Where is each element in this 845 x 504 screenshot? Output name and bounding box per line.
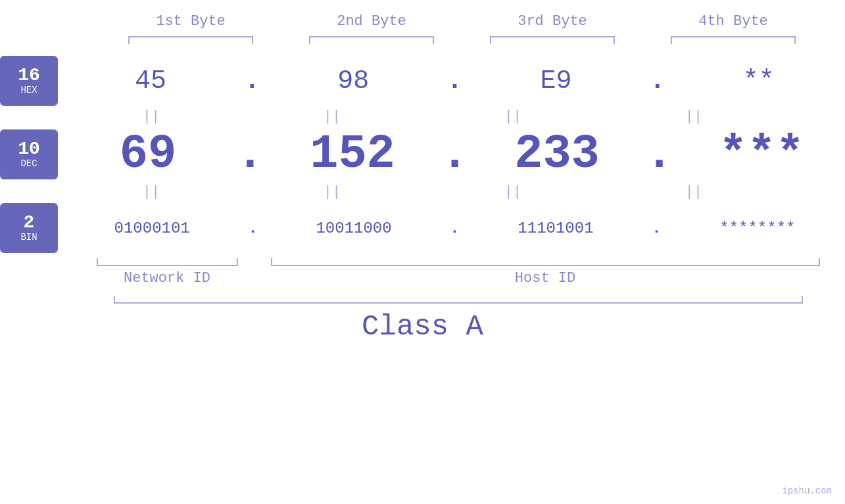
bin-val-3: 11101001 xyxy=(477,219,635,237)
hex-base-num: 16 xyxy=(18,66,40,85)
hex-bytes-row: 45 . 98 . E9 . ** xyxy=(64,66,845,96)
hex-label-box: 16 HEX xyxy=(0,56,58,106)
class-label: Class A xyxy=(362,310,483,343)
bin-base-num: 2 xyxy=(24,214,35,232)
dec-val-4: *** xyxy=(683,127,840,181)
bin-dot-1: . xyxy=(248,219,257,237)
network-id-label: Network ID xyxy=(97,270,238,286)
bracket-1 xyxy=(128,36,253,44)
hex-dot-2: . xyxy=(447,66,462,96)
dec-val-3: 233 xyxy=(478,127,636,181)
bracket-2 xyxy=(309,36,434,44)
equals-row-1: || || || || xyxy=(61,108,785,125)
bin-base-name: BIN xyxy=(20,232,37,242)
dec-bytes-row: 69 . 152 . 233 . *** xyxy=(64,127,845,181)
bracket-gap xyxy=(238,258,271,266)
dec-dot-2: . xyxy=(441,127,469,181)
byte-labels-row: 1st Byte 2nd Byte 3rd Byte 4th Byte xyxy=(101,13,824,30)
byte-label-4: 4th Byte xyxy=(654,13,812,30)
main-container: 1st Byte 2nd Byte 3rd Byte 4th Byte 16 H… xyxy=(0,0,845,504)
equals-row-2: || || || || xyxy=(61,184,785,200)
hex-base-name: HEX xyxy=(20,85,37,95)
dec-dot-1: . xyxy=(236,127,264,181)
bracket-4 xyxy=(671,36,796,44)
dec-val-1: 69 xyxy=(69,127,227,181)
byte-label-2: 2nd Byte xyxy=(293,13,450,30)
bin-val-1: 01000101 xyxy=(73,219,231,237)
hex-val-3: E9 xyxy=(477,66,635,96)
bin-val-2: 10011000 xyxy=(275,219,433,237)
bottom-bracket-row xyxy=(97,258,820,266)
bin-label-box: 2 BIN xyxy=(0,203,58,253)
class-bracket xyxy=(114,296,803,304)
bin-val-4: ******** xyxy=(679,219,836,237)
bin-dot-2: . xyxy=(450,219,459,237)
bracket-3 xyxy=(490,36,615,44)
eq2-1: || xyxy=(72,184,230,200)
hex-dot-1: . xyxy=(244,66,260,96)
bin-dot-3: . xyxy=(652,219,661,237)
host-id-label: Host ID xyxy=(271,270,820,286)
hex-dot-3: . xyxy=(650,66,665,96)
byte-label-1: 1st Byte xyxy=(112,13,270,30)
dec-label-box: 10 DEC xyxy=(0,129,58,179)
dec-base-name: DEC xyxy=(20,158,37,169)
watermark: ipshu.com xyxy=(782,486,832,496)
eq1-4: || xyxy=(615,108,773,125)
eq2-4: || xyxy=(615,184,773,200)
eq2-3: || xyxy=(434,184,592,200)
eq2-2: || xyxy=(253,184,411,200)
eq1-2: || xyxy=(253,108,411,125)
bin-row: 2 BIN 01000101 . 10011000 . 11101001 . *… xyxy=(0,203,845,253)
hex-val-1: 45 xyxy=(72,66,229,96)
dec-val-2: 152 xyxy=(274,127,431,181)
byte-label-3: 3rd Byte xyxy=(473,13,631,30)
eq1-1: || xyxy=(72,108,230,125)
dec-dot-3: . xyxy=(645,127,673,181)
bin-bytes-row: 01000101 . 10011000 . 11101001 . *******… xyxy=(64,219,845,237)
id-labels-row: Network ID Host ID xyxy=(97,270,820,286)
hex-val-4: ** xyxy=(680,66,838,96)
host-bracket xyxy=(271,258,820,266)
network-bracket xyxy=(97,258,238,266)
hex-val-2: 98 xyxy=(274,66,432,96)
eq1-3: || xyxy=(434,108,592,125)
dec-row: 10 DEC 69 . 152 . 233 . *** xyxy=(0,127,845,181)
dec-base-num: 10 xyxy=(18,140,40,158)
hex-row: 16 HEX 45 . 98 . E9 . ** xyxy=(0,56,845,106)
top-brackets xyxy=(101,36,824,44)
